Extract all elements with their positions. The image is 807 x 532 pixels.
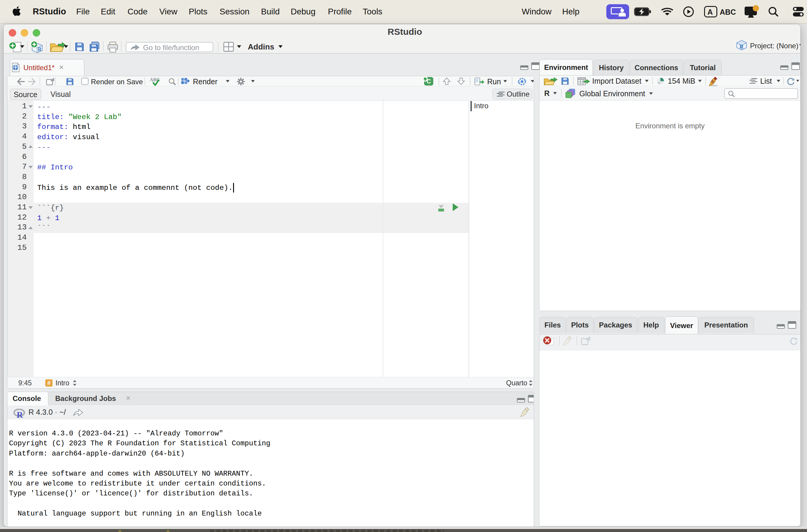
svg-text:R: R xyxy=(17,410,23,418)
svg-text:R: R xyxy=(739,43,744,50)
svg-text:R: R xyxy=(38,46,42,53)
